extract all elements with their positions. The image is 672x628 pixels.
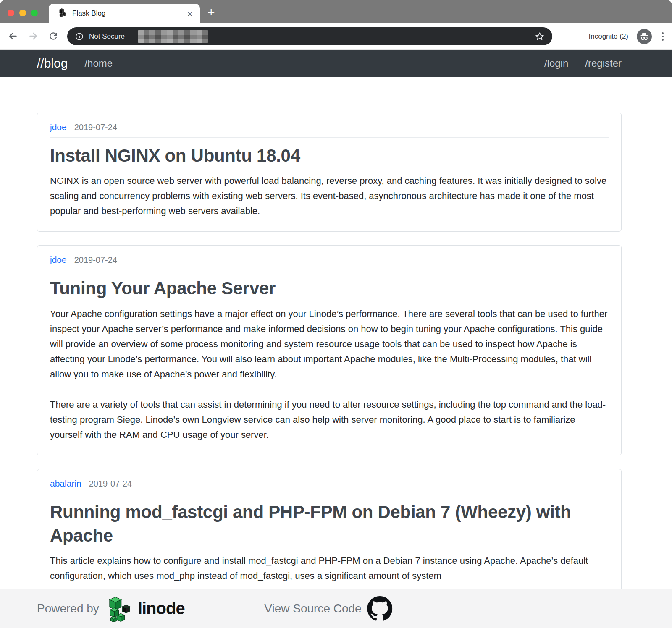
post-date: 2019-07-24 xyxy=(74,123,117,132)
browser-window: Flask Blog × + Not Secure Incognito xyxy=(0,0,672,628)
post-author-link[interactable]: jdoe xyxy=(50,122,67,132)
toolbar-right-cluster: Incognito (2) xyxy=(589,23,666,50)
reload-icon[interactable] xyxy=(47,30,60,42)
post-title: Tuning Your Apache Server xyxy=(50,277,609,300)
meta-divider xyxy=(50,270,609,270)
nav-link-login[interactable]: /login xyxy=(544,58,568,69)
omnibox-divider xyxy=(131,31,131,42)
browser-toolbar: Not Secure Incognito (2) xyxy=(0,23,672,50)
forward-icon[interactable] xyxy=(27,30,39,42)
meta-divider xyxy=(50,494,609,494)
github-octocat-icon[interactable] xyxy=(368,596,393,621)
brand-link[interactable]: //blog xyxy=(37,56,68,71)
nav-link-register[interactable]: /register xyxy=(585,58,622,69)
post-meta: jdoe 2019-07-24 xyxy=(50,122,609,132)
post-card: jdoe 2019-07-24 Install NGINX on Ubuntu … xyxy=(37,113,622,232)
post-meta: abalarin 2019-07-24 xyxy=(50,479,609,489)
meta-divider xyxy=(50,137,609,138)
post-list: jdoe 2019-07-24 Install NGINX on Ubuntu … xyxy=(37,113,622,597)
security-status-label: Not Secure xyxy=(89,32,125,41)
view-source-group[interactable]: View Source Code xyxy=(264,589,392,628)
tab-title: Flask Blog xyxy=(72,9,105,18)
minimize-window-button[interactable] xyxy=(19,10,26,16)
post-paragraph: This article explains how to configure a… xyxy=(50,553,609,584)
maximize-window-button[interactable] xyxy=(31,10,38,16)
post-body: This article explains how to configure a… xyxy=(50,553,609,584)
post-body: NGINX is an open source web server with … xyxy=(50,173,609,219)
redacted-url xyxy=(138,30,208,43)
browser-menu-icon[interactable] xyxy=(660,31,665,42)
window-controls[interactable] xyxy=(8,10,38,16)
page-content: jdoe 2019-07-24 Install NGINX on Ubuntu … xyxy=(0,77,672,597)
info-icon[interactable] xyxy=(75,32,84,41)
bookmark-star-icon[interactable] xyxy=(535,31,545,42)
post-title: Install NGINX on Ubuntu 18.04 xyxy=(50,144,609,167)
back-icon[interactable] xyxy=(7,30,19,42)
post-title: Running mod_fastcgi and PHP-FPM on Debia… xyxy=(50,500,609,548)
incognito-count-label: Incognito (2) xyxy=(589,32,629,41)
site-navbar: //blog /home /login /register xyxy=(0,50,672,77)
post-body: Your Apache configuration settings have … xyxy=(50,306,609,442)
linode-logo-icon xyxy=(106,595,134,622)
view-source-label: View Source Code xyxy=(264,602,361,615)
close-tab-icon[interactable]: × xyxy=(187,9,192,18)
page-footer: Powered by xyxy=(0,589,672,628)
browser-tab[interactable]: Flask Blog × xyxy=(49,4,200,23)
close-window-button[interactable] xyxy=(8,10,14,16)
post-author-link[interactable]: abalarin xyxy=(50,479,81,489)
nav-link-home[interactable]: /home xyxy=(84,58,113,69)
post-author-link[interactable]: jdoe xyxy=(50,255,67,265)
tab-strip: Flask Blog × + xyxy=(0,0,672,23)
new-tab-button[interactable]: + xyxy=(207,6,215,18)
post-card: jdoe 2019-07-24 Tuning Your Apache Serve… xyxy=(37,245,622,455)
incognito-icon xyxy=(637,29,652,44)
post-meta: jdoe 2019-07-24 xyxy=(50,255,609,265)
address-bar[interactable]: Not Secure xyxy=(67,27,552,45)
post-paragraph: There are a variety of tools that can as… xyxy=(50,397,609,442)
post-date: 2019-07-24 xyxy=(89,479,132,489)
linode-wordmark: linode xyxy=(138,599,185,618)
powered-by-group[interactable]: Powered by xyxy=(37,589,185,628)
post-paragraph: Your Apache configuration settings have … xyxy=(50,306,609,382)
post-date: 2019-07-24 xyxy=(74,255,117,265)
favicon-linode-cubes-icon xyxy=(58,8,66,19)
powered-by-label: Powered by xyxy=(37,602,99,615)
post-card: abalarin 2019-07-24 Running mod_fastcgi … xyxy=(37,469,622,597)
post-paragraph: NGINX is an open source web server with … xyxy=(50,173,609,219)
